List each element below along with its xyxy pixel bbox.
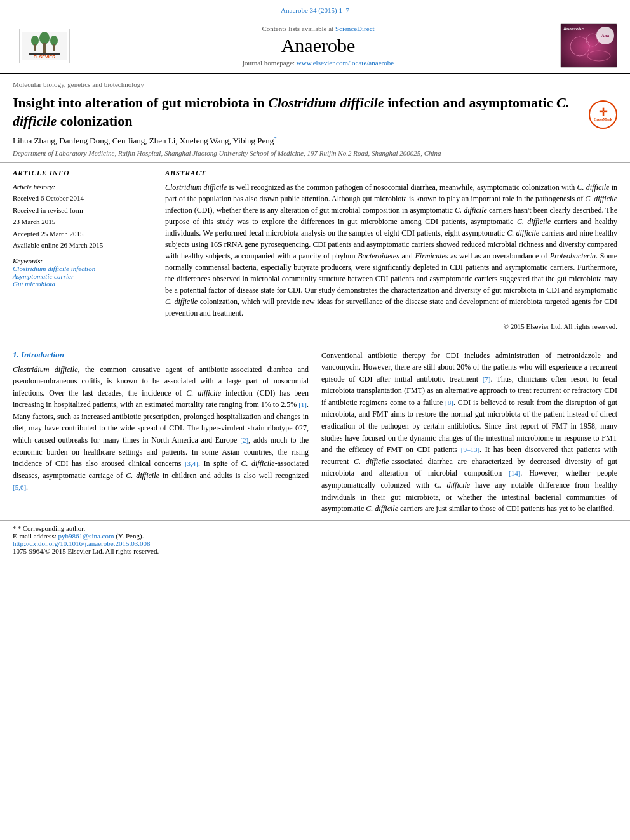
elsevier-logo: ELSEVIER	[13, 29, 76, 63]
crossmark-label: CrossMark	[594, 117, 612, 122]
revised-label: Received in revised form	[13, 205, 152, 216]
article-section-label: Molecular biology, genetics and biotechn…	[13, 81, 617, 90]
sciencedirect-link[interactable]: ScienceDirect	[335, 25, 375, 32]
main-content: 1. Introduction Clostridium difficile, t…	[0, 350, 630, 515]
keyword-2[interactable]: Asymptomatic carrier	[13, 272, 152, 280]
section-divider	[13, 343, 617, 343]
ref-2[interactable]: [2]	[240, 436, 248, 444]
article-title-part1: Insight into alteration of gut microbiot…	[13, 95, 268, 110]
footnote-star: * * Corresponding author.	[13, 524, 617, 532]
elsevier-logo-svg: ELSEVIER	[22, 32, 67, 60]
svg-point-3	[31, 36, 39, 46]
right-column: Conventional antibiotic therapy for CDI …	[321, 350, 617, 515]
article-title-part3: colonization	[57, 113, 132, 129]
journal-center-info: Contents lists available at ScienceDirec…	[76, 25, 560, 67]
abstract-text: Clostridium difficile is well recognized…	[165, 182, 617, 319]
doi-link[interactable]: http://dx.doi.org/10.1016/j.anaerobe.201…	[13, 540, 617, 547]
journal-url[interactable]: www.elsevier.com/locate/anaerobe	[297, 59, 394, 67]
article-info-abstract: ARTICLE INFO Article history: Received 6…	[0, 162, 630, 337]
crossmark-badge[interactable]: ✛ CrossMark	[589, 100, 617, 129]
svg-point-1	[39, 32, 50, 44]
ref-3-4[interactable]: [3,4]	[185, 460, 198, 467]
ref-9-13[interactable]: [9–13]	[461, 446, 479, 453]
page: Anaerobe 34 (2015) 1–7 ELSEVIER	[0, 0, 630, 840]
top-banner: Anaerobe 34 (2015) 1–7	[0, 0, 630, 18]
corresponding-author-marker: *	[274, 135, 277, 142]
word-healthy: healthy	[595, 217, 617, 226]
ref-14[interactable]: [14]	[509, 469, 520, 477]
svg-rect-6	[53, 44, 55, 51]
journal-header: ELSEVIER Contents lists available at Sci…	[0, 18, 630, 74]
received-date: Received 6 October 2014	[13, 193, 152, 204]
intro-paragraph-1: Clostridium difficile, the common causat…	[13, 364, 309, 494]
footnotes-section: * * Corresponding author. E-mail address…	[0, 520, 630, 559]
history-label: Article history:	[13, 182, 152, 192]
affiliation: Department of Laboratory Medicine, Ruiji…	[13, 149, 582, 157]
article-info-heading: ARTICLE INFO	[13, 169, 152, 177]
keywords-section: Keywords: Clostridium difficile infectio…	[13, 257, 152, 288]
svg-rect-2	[43, 43, 46, 53]
article-header-section: Molecular biology, genetics and biotechn…	[0, 74, 630, 162]
footnote-email: E-mail address: pyb9861@sina.com (Y. Pen…	[13, 532, 617, 540]
authors-list: Lihua Zhang, Danfeng Dong, Cen Jiang, Zh…	[13, 135, 582, 146]
article-title-part2: infection and asymptomatic	[384, 95, 556, 110]
left-column: 1. Introduction Clostridium difficile, t…	[13, 350, 309, 515]
journal-thumb-logo: Ana	[596, 27, 614, 44]
online-date: Available online 26 March 2015	[13, 240, 152, 251]
ref-5-6[interactable]: [5,6]	[13, 483, 26, 491]
crossmark-inner: ✛ CrossMark	[589, 100, 617, 129]
copyright: © 2015 Elsevier Ltd. All rights reserved…	[165, 323, 617, 330]
article-history: Article history: Received 6 October 2014…	[13, 182, 152, 251]
contents-line: Contents lists available at ScienceDirec…	[76, 25, 560, 32]
article-title: Insight into alteration of gut microbiot…	[13, 94, 582, 130]
svg-text:Anaerobe: Anaerobe	[563, 27, 584, 31]
ref-7[interactable]: [7]	[483, 375, 491, 383]
abstract-clostridium: Clostridium difficile	[165, 183, 227, 192]
article-title-italic1: Clostridium difficile	[268, 95, 384, 110]
crossmark-cross-icon: ✛	[599, 107, 607, 117]
intro-paragraph-2: Conventional antibiotic therapy for CDI …	[321, 350, 617, 515]
svg-text:ELSEVIER: ELSEVIER	[34, 55, 56, 59]
revised-date: 23 March 2015	[13, 217, 152, 227]
email-link[interactable]: pyb9861@sina.com	[58, 532, 114, 540]
svg-point-5	[50, 36, 58, 46]
elsevier-logo-box: ELSEVIER	[19, 29, 70, 63]
ref-8[interactable]: [8]	[445, 399, 453, 406]
keyword-3[interactable]: Gut microbiota	[13, 280, 152, 288]
accepted-date: Accepted 25 March 2015	[13, 229, 152, 239]
ref-1[interactable]: [1]	[298, 401, 307, 408]
abstract-heading: ABSTRACT	[165, 169, 617, 177]
journal-thumbnail: Anaerobe Ana	[560, 23, 617, 68]
journal-title: Anaerobe	[76, 35, 560, 57]
issn-line: 1075-9964/© 2015 Elsevier Ltd. All right…	[13, 547, 617, 555]
introduction-heading: 1. Introduction	[13, 350, 309, 360]
keyword-1[interactable]: Clostridium difficile infection	[13, 265, 152, 272]
keywords-label: Keywords:	[13, 257, 152, 265]
abstract-column: ABSTRACT Clostridium difficile is well r…	[165, 169, 617, 330]
article-info-column: ARTICLE INFO Article history: Received 6…	[13, 169, 152, 330]
journal-homepage: journal homepage: www.elsevier.com/locat…	[76, 59, 560, 67]
journal-citation: Anaerobe 34 (2015) 1–7	[281, 6, 349, 14]
svg-rect-4	[34, 44, 36, 51]
